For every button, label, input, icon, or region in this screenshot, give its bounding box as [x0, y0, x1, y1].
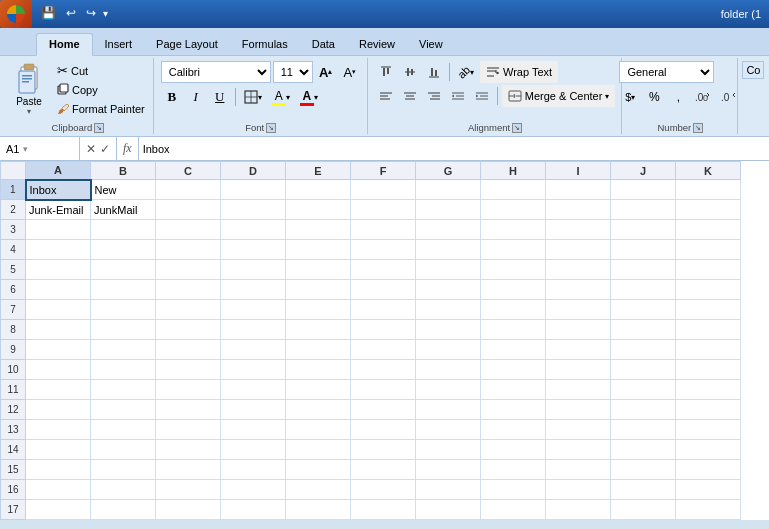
cell-j3[interactable]: [611, 220, 676, 240]
cell-b5[interactable]: [91, 260, 156, 280]
cell-g3[interactable]: [416, 220, 481, 240]
cell-b9[interactable]: [91, 340, 156, 360]
cell-h10[interactable]: [481, 360, 546, 380]
cell-e3[interactable]: [286, 220, 351, 240]
cell-h2[interactable]: [481, 200, 546, 220]
cell-e11[interactable]: [286, 380, 351, 400]
cell-c12[interactable]: [156, 400, 221, 420]
row-header-9[interactable]: 9: [1, 340, 26, 360]
cell-j13[interactable]: [611, 420, 676, 440]
merge-center-btn[interactable]: Merge & Center ▾: [502, 85, 616, 107]
cell-i14[interactable]: [546, 440, 611, 460]
cell-d9[interactable]: [221, 340, 286, 360]
align-left-btn[interactable]: [375, 85, 397, 107]
cell-f3[interactable]: [351, 220, 416, 240]
row-header-8[interactable]: 8: [1, 320, 26, 340]
cell-a10[interactable]: [26, 360, 91, 380]
cell-i10[interactable]: [546, 360, 611, 380]
cell-b10[interactable]: [91, 360, 156, 380]
cell-c9[interactable]: [156, 340, 221, 360]
office-button[interactable]: [0, 0, 32, 28]
tab-insert[interactable]: Insert: [93, 34, 145, 55]
cell-g10[interactable]: [416, 360, 481, 380]
cell-h11[interactable]: [481, 380, 546, 400]
cell-a11[interactable]: [26, 380, 91, 400]
cell-b7[interactable]: [91, 300, 156, 320]
align-middle-btn[interactable]: [399, 61, 421, 83]
cell-k6[interactable]: [676, 280, 741, 300]
cell-j9[interactable]: [611, 340, 676, 360]
cell-j8[interactable]: [611, 320, 676, 340]
cell-k12[interactable]: [676, 400, 741, 420]
cell-a16[interactable]: [26, 480, 91, 500]
cell-d6[interactable]: [221, 280, 286, 300]
cell-c13[interactable]: [156, 420, 221, 440]
col-header-c[interactable]: C: [156, 162, 221, 180]
comma-btn[interactable]: ,: [667, 86, 689, 108]
copy-button[interactable]: Copy: [53, 81, 149, 99]
align-bottom-btn[interactable]: [423, 61, 445, 83]
percent-btn[interactable]: %: [643, 86, 665, 108]
cell-j14[interactable]: [611, 440, 676, 460]
underline-btn[interactable]: U: [209, 86, 231, 108]
cell-h8[interactable]: [481, 320, 546, 340]
cell-d5[interactable]: [221, 260, 286, 280]
cell-b16[interactable]: [91, 480, 156, 500]
align-right-btn[interactable]: [423, 85, 445, 107]
cell-e5[interactable]: [286, 260, 351, 280]
quick-redo-btn[interactable]: ↪: [83, 5, 99, 21]
accounting-btn[interactable]: $▾: [619, 86, 641, 108]
accept-formula-btn[interactable]: ✓: [98, 142, 112, 156]
cell-j4[interactable]: [611, 240, 676, 260]
cell-i9[interactable]: [546, 340, 611, 360]
cell-i5[interactable]: [546, 260, 611, 280]
cell-c5[interactable]: [156, 260, 221, 280]
cell-a7[interactable]: [26, 300, 91, 320]
cell-g1[interactable]: [416, 180, 481, 200]
cell-i11[interactable]: [546, 380, 611, 400]
cell-k10[interactable]: [676, 360, 741, 380]
cell-e15[interactable]: [286, 460, 351, 480]
cell-a13[interactable]: [26, 420, 91, 440]
cell-c14[interactable]: [156, 440, 221, 460]
cell-b17[interactable]: [91, 500, 156, 520]
font-color-btn[interactable]: A ▾: [296, 86, 322, 108]
cell-f13[interactable]: [351, 420, 416, 440]
cell-k3[interactable]: [676, 220, 741, 240]
cell-b1[interactable]: New: [91, 180, 156, 200]
spreadsheet-container[interactable]: ABCDEFGHIJK 1InboxNew2Junk-EmailJunkMail…: [0, 161, 769, 520]
cell-g2[interactable]: [416, 200, 481, 220]
cell-h17[interactable]: [481, 500, 546, 520]
cell-f2[interactable]: [351, 200, 416, 220]
cell-d4[interactable]: [221, 240, 286, 260]
cell-d10[interactable]: [221, 360, 286, 380]
col-header-f[interactable]: F: [351, 162, 416, 180]
cell-j15[interactable]: [611, 460, 676, 480]
cell-j7[interactable]: [611, 300, 676, 320]
cell-f5[interactable]: [351, 260, 416, 280]
cell-i7[interactable]: [546, 300, 611, 320]
increase-indent-btn[interactable]: [471, 85, 493, 107]
cell-c3[interactable]: [156, 220, 221, 240]
cell-h16[interactable]: [481, 480, 546, 500]
cell-a17[interactable]: [26, 500, 91, 520]
row-header-12[interactable]: 12: [1, 400, 26, 420]
cell-h14[interactable]: [481, 440, 546, 460]
cell-k16[interactable]: [676, 480, 741, 500]
cell-g16[interactable]: [416, 480, 481, 500]
cell-h7[interactable]: [481, 300, 546, 320]
cell-j5[interactable]: [611, 260, 676, 280]
cell-i2[interactable]: [546, 200, 611, 220]
cell-f10[interactable]: [351, 360, 416, 380]
cell-j16[interactable]: [611, 480, 676, 500]
cell-k15[interactable]: [676, 460, 741, 480]
cell-c16[interactable]: [156, 480, 221, 500]
cell-d17[interactable]: [221, 500, 286, 520]
cell-f9[interactable]: [351, 340, 416, 360]
cell-d12[interactable]: [221, 400, 286, 420]
cell-c15[interactable]: [156, 460, 221, 480]
cell-i16[interactable]: [546, 480, 611, 500]
cell-g5[interactable]: [416, 260, 481, 280]
quick-undo-btn[interactable]: ↩: [63, 5, 79, 21]
tab-page-layout[interactable]: Page Layout: [144, 34, 230, 55]
